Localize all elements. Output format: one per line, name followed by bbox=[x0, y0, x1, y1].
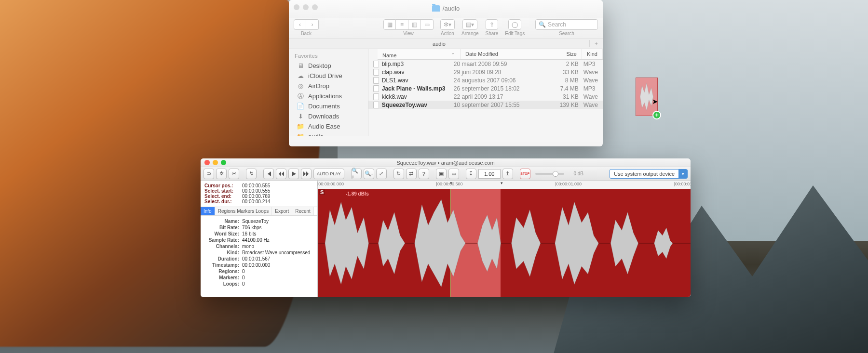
skip-start-button[interactable] bbox=[263, 169, 274, 179]
settings-button[interactable]: ✲ bbox=[216, 169, 227, 179]
finder-titlebar[interactable]: /audio bbox=[289, 0, 603, 17]
docs-icon: 📄 bbox=[297, 103, 304, 110]
search-icon: 🔍 bbox=[539, 21, 546, 28]
editor-toolbar: ⊃ ✲ ✂ ↯ AUTO PLAY 🔍+ 🔍- ⤢ ↻ ⇄ ? ▣ ▭ ↧ 1.… bbox=[201, 167, 691, 181]
rewind-button[interactable] bbox=[276, 169, 286, 179]
file-row[interactable]: Jack Plane - Walls.mp326 september 2015 … bbox=[368, 84, 603, 92]
snap-button[interactable]: ⊃ bbox=[203, 169, 214, 179]
column-kind-header[interactable]: Kind bbox=[582, 49, 603, 59]
ruler-marker-icon[interactable]: ▾ bbox=[501, 181, 503, 189]
arrange-button[interactable]: ▤▾ bbox=[462, 19, 477, 30]
file-date: 22 april 2009 13:17 bbox=[454, 93, 546, 100]
search-input[interactable]: 🔍 Search bbox=[535, 19, 598, 30]
gain-value-field[interactable]: 1.00 bbox=[478, 169, 501, 179]
info-value: 0 bbox=[242, 275, 245, 281]
waveform-svg bbox=[318, 189, 691, 297]
zoom-fit-button[interactable]: ⤢ bbox=[376, 169, 387, 179]
sidebar-item-documents[interactable]: 📄Documents bbox=[289, 101, 368, 111]
zoom-traffic-light[interactable] bbox=[221, 160, 226, 165]
close-traffic-light[interactable] bbox=[294, 4, 299, 10]
view-icons-button[interactable]: ▦ bbox=[383, 19, 396, 30]
editor-left-panel: Cursor pos.:00:00:00.555Select. start:00… bbox=[201, 181, 318, 297]
info-tab-recent[interactable]: Recent bbox=[292, 207, 314, 215]
time-ruler[interactable]: |00:00:00.000|00:00:00.500|00:00:01.000|… bbox=[318, 181, 691, 189]
stop-button[interactable]: STOP bbox=[520, 169, 530, 179]
window-title-path: /audio bbox=[443, 5, 460, 12]
new-tab-button[interactable]: ＋ bbox=[589, 40, 603, 47]
sidebar-item-desktop[interactable]: 🖥Desktop bbox=[289, 61, 368, 71]
waveform-canvas[interactable]: S -1.89 dBfs bbox=[318, 189, 691, 297]
file-size: 31 KB bbox=[546, 93, 579, 100]
icloud-icon: ☁︎ bbox=[297, 73, 304, 79]
selection-tool-button[interactable]: ▭ bbox=[448, 169, 459, 179]
search-label: Search bbox=[559, 31, 574, 36]
finder-tab[interactable]: audio bbox=[289, 41, 589, 47]
info-tab-regions-markers-loops[interactable]: Regions Markers Loops bbox=[215, 207, 272, 215]
file-row[interactable]: SqueezeToy.wav10 september 2007 15:55139… bbox=[368, 101, 603, 109]
view-list-button[interactable]: ≡ bbox=[396, 19, 408, 30]
airdrop-icon: ◎ bbox=[297, 83, 304, 90]
share-button[interactable]: ⇪ bbox=[486, 19, 498, 30]
info-value: 0 bbox=[242, 268, 245, 275]
column-size-header[interactable]: Size bbox=[550, 49, 582, 59]
close-traffic-light[interactable] bbox=[204, 160, 210, 165]
help-button[interactable]: ? bbox=[419, 169, 429, 179]
tool-button[interactable]: ↯ bbox=[246, 169, 257, 179]
file-row[interactable]: blip.mp320 maart 2008 09:592 KBMP3 bbox=[368, 60, 603, 68]
sidebar-item-icloud-drive[interactable]: ☁︎iCloud Drive bbox=[289, 71, 368, 81]
trim-button[interactable]: ✂ bbox=[229, 169, 239, 179]
column-date-header[interactable]: Date Modified bbox=[461, 49, 550, 59]
sidebar-item-airdrop[interactable]: ◎AirDrop bbox=[289, 81, 368, 91]
zoom-out-button[interactable]: 🔍- bbox=[364, 169, 374, 179]
zoom-traffic-light[interactable] bbox=[312, 4, 318, 10]
editor-titlebar[interactable]: SqueezeToy.wav • aram@audioease.com bbox=[201, 158, 691, 167]
sidebar-item-label: AirDrop bbox=[308, 82, 329, 90]
file-row[interactable]: kick8.wav22 april 2009 13:1731 KBWave bbox=[368, 92, 603, 101]
crop-button[interactable]: ▣ bbox=[436, 169, 447, 179]
view-columns-button[interactable]: ▥ bbox=[408, 19, 421, 30]
output-device-select[interactable]: Use system output device ▾ bbox=[610, 169, 688, 179]
gain-up-button[interactable]: ↥ bbox=[502, 169, 513, 179]
view-gallery-button[interactable]: ▭ bbox=[421, 19, 434, 30]
autoplay-button[interactable]: AUTO PLAY bbox=[313, 169, 344, 179]
cursor-info-label: Cursor pos.: bbox=[204, 183, 242, 188]
link-button[interactable]: ⇄ bbox=[406, 169, 417, 179]
forward-button[interactable]: › bbox=[306, 19, 319, 30]
sidebar-item-audio[interactable]: 📁audio bbox=[289, 131, 368, 136]
edit-tags-button[interactable]: ◯ bbox=[508, 19, 521, 30]
waveform-area: |00:00:00.000|00:00:00.500|00:00:01.000|… bbox=[318, 181, 691, 297]
sidebar-item-label: Downloads bbox=[308, 113, 339, 120]
sidebar-item-applications[interactable]: ⒶApplications bbox=[289, 91, 368, 101]
file-row[interactable]: clap.wav29 juni 2009 09:2833 KBWave bbox=[368, 68, 603, 76]
info-value: 0 bbox=[242, 281, 245, 287]
finder-toolbar: ‹ › Back ▦ ≡ ▥ ▭ View ✻▾ Action ▤▾ Arran… bbox=[289, 17, 603, 39]
finder-tab-bar: audio ＋ bbox=[289, 39, 603, 49]
info-key: Word Size: bbox=[204, 231, 242, 237]
edit-tags-label: Edit Tags bbox=[505, 31, 525, 36]
finder-window: /audio ‹ › Back ▦ ≡ ▥ ▭ View ✻▾ Action ▤… bbox=[289, 0, 603, 146]
gain-down-button[interactable]: ↧ bbox=[466, 169, 476, 179]
info-tab-info[interactable]: Info bbox=[201, 207, 215, 215]
file-list: blip.mp320 maart 2008 09:592 KBMP3clap.w… bbox=[368, 60, 603, 136]
sidebar-item-audio-ease[interactable]: 📁Audio Ease bbox=[289, 121, 368, 131]
minimize-traffic-light[interactable] bbox=[213, 160, 218, 165]
column-name-header[interactable]: Name ⌃ bbox=[378, 49, 461, 59]
play-button[interactable] bbox=[288, 169, 299, 179]
back-button[interactable]: ‹ bbox=[294, 19, 306, 30]
file-row[interactable]: DLS1.wav24 augustus 2007 09:068 MBWave bbox=[368, 76, 603, 84]
zoom-in-button[interactable]: 🔍+ bbox=[351, 169, 362, 179]
share-label: Share bbox=[486, 31, 499, 36]
sidebar-item-downloads[interactable]: ⬇︎Downloads bbox=[289, 111, 368, 121]
minimize-traffic-light[interactable] bbox=[303, 4, 309, 10]
ruler-marker-icon[interactable]: ▾ bbox=[450, 181, 452, 189]
info-tab-export[interactable]: Export bbox=[272, 207, 292, 215]
file-icon bbox=[373, 61, 379, 67]
volume-slider[interactable] bbox=[535, 173, 564, 175]
fast-forward-button[interactable] bbox=[301, 169, 312, 179]
info-key: Regions: bbox=[204, 268, 242, 275]
loop-button[interactable]: ↻ bbox=[393, 169, 404, 179]
cursor-info-block: Cursor pos.:00:00:00.555Select. start:00… bbox=[201, 181, 317, 207]
info-value: 44100.00 Hz bbox=[242, 237, 270, 243]
action-button[interactable]: ✻▾ bbox=[440, 19, 455, 30]
search-placeholder: Search bbox=[548, 21, 566, 28]
